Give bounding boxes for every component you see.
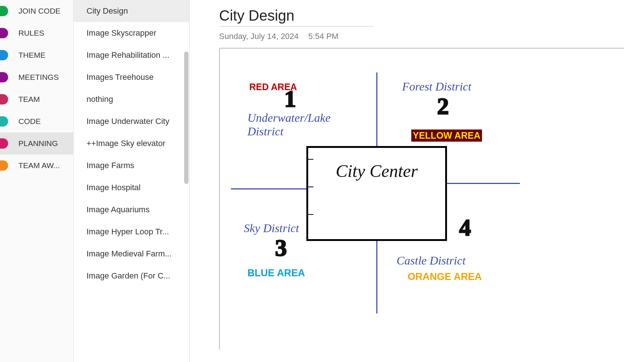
section-tab-team[interactable]: TEAM <box>0 88 73 110</box>
page-item[interactable]: Image Garden (For C... <box>74 265 189 287</box>
page-item[interactable]: Image Aquariums <box>74 199 189 221</box>
page-item-label: Image Hyper Loop Tr... <box>87 227 169 237</box>
page-item[interactable]: Image Rehabilitation ... <box>74 44 189 66</box>
section-tab-planning[interactable]: PLANNING <box>0 132 73 155</box>
box-tick <box>307 159 313 160</box>
section-color-swatch <box>0 72 8 82</box>
section-color-swatch <box>0 94 8 104</box>
page-item-label: City Design <box>87 6 128 16</box>
section-label: MEETINGS <box>18 73 59 82</box>
ink-number-2: 2 <box>437 93 449 120</box>
page-item[interactable]: nothing <box>74 88 189 110</box>
page-item-city-design[interactable]: City Design <box>74 0 189 22</box>
box-tick <box>307 214 313 215</box>
main-canvas[interactable]: City Design Sunday, July 14, 2024 5:54 P… <box>190 0 644 362</box>
section-label: TEAM <box>18 95 40 104</box>
page-item-label: ++Image Sky elevator <box>87 139 165 148</box>
section-label: TEAM AW... <box>18 161 60 170</box>
page-item[interactable]: Image Underwater City <box>74 110 189 132</box>
app-root: JOIN CODE RULES THEME MEETINGS TEAM CODE… <box>0 0 644 362</box>
page-title[interactable]: City Design <box>219 7 374 26</box>
page-meta: Sunday, July 14, 2024 5:54 PM <box>219 32 644 41</box>
note-canvas[interactable]: RED AREA 1 Underwater/Lake District Fore… <box>219 48 624 349</box>
district-label-castle: Castle District <box>397 254 466 267</box>
page-item-label: Image Medieval Farm... <box>87 249 172 259</box>
section-tab-meetings[interactable]: MEETINGS <box>0 66 73 88</box>
page-item-label: Image Rehabilitation ... <box>87 50 169 60</box>
page-date: Sunday, July 14, 2024 <box>219 32 299 41</box>
district-label-sky: Sky District <box>244 221 299 235</box>
section-color-swatch <box>0 138 8 149</box>
section-color-swatch <box>0 28 8 38</box>
page-item[interactable]: Image Skyscrapper <box>74 22 189 44</box>
page-item-label: Image Skyscrapper <box>87 28 156 38</box>
grid-line-horizontal <box>446 183 520 184</box>
page-item-label: Image Farms <box>87 161 134 170</box>
section-color-swatch <box>0 50 8 60</box>
area-label-orange: ORANGE AREA <box>408 271 482 283</box>
section-label: RULES <box>18 29 44 38</box>
city-center-box: City Center <box>306 146 447 241</box>
section-tab-theme[interactable]: THEME <box>0 44 73 66</box>
pages-scrollbar[interactable] <box>184 52 189 184</box>
section-color-swatch <box>0 6 8 16</box>
section-label: THEME <box>18 51 46 60</box>
box-tick <box>307 187 313 187</box>
city-center-label: City Center <box>336 161 418 181</box>
section-tab-rules[interactable]: RULES <box>0 22 73 44</box>
section-color-swatch <box>0 160 8 171</box>
page-item[interactable]: Image Medieval Farm... <box>74 243 189 265</box>
section-tab-team-aw[interactable]: TEAM AW... <box>0 155 73 177</box>
section-tabs: JOIN CODE RULES THEME MEETINGS TEAM CODE… <box>0 0 74 362</box>
page-item-label: Image Garden (For C... <box>87 271 170 281</box>
grid-line-vertical <box>376 72 377 146</box>
section-tab-join-code[interactable]: JOIN CODE <box>0 0 73 22</box>
ink-number-4: 4 <box>459 214 471 241</box>
section-label: JOIN CODE <box>18 7 60 15</box>
section-label: CODE <box>18 117 41 126</box>
grid-line-horizontal <box>231 188 308 189</box>
page-item-label: Images Treehouse <box>87 72 154 82</box>
page-item-label: nothing <box>87 95 113 104</box>
page-item-label: Image Underwater City <box>87 117 169 126</box>
page-time: 5:54 PM <box>308 32 338 41</box>
section-label: PLANNING <box>18 139 58 148</box>
page-item[interactable]: ++Image Sky elevator <box>74 132 189 155</box>
district-label-forest: Forest District <box>402 80 471 93</box>
district-label-underwater: Underwater/Lake District <box>247 111 358 138</box>
page-item-label: Image Aquariums <box>87 205 149 214</box>
ink-number-3: 3 <box>275 234 287 262</box>
page-list: City Design Image Skyscrapper Image Reha… <box>74 0 190 362</box>
ink-number-1: 1 <box>284 85 296 113</box>
page-item[interactable]: Image Farms <box>74 155 189 177</box>
area-label-yellow: YELLOW AREA <box>411 129 482 142</box>
section-tab-code[interactable]: CODE <box>0 110 73 132</box>
page-item-label: Image Hospital <box>87 183 141 192</box>
page-item[interactable]: Image Hyper Loop Tr... <box>74 221 189 243</box>
area-label-blue: BLUE AREA <box>247 267 305 279</box>
section-color-swatch <box>0 116 8 127</box>
page-item[interactable]: Images Treehouse <box>74 66 189 88</box>
grid-line-vertical <box>376 240 377 313</box>
page-item[interactable]: Image Hospital <box>74 177 189 199</box>
